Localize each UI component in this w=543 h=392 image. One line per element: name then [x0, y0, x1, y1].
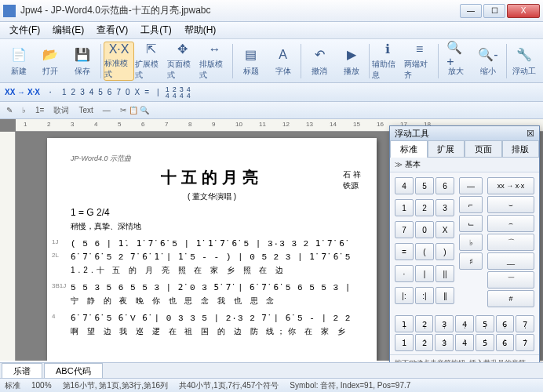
num-4[interactable]: 4: [88, 88, 96, 96]
tool-扩展模式[interactable]: ⇱扩展模式: [135, 42, 166, 81]
menu-item[interactable]: 工具(T): [134, 24, 177, 37]
timesig[interactable]: 24: [173, 86, 177, 99]
key-6[interactable]: 6: [435, 177, 454, 194]
tool-缩小[interactable]: 🔍-缩小: [472, 42, 504, 81]
key-5[interactable]: 5: [415, 177, 434, 194]
timesig[interactable]: 14: [166, 86, 169, 99]
dotkey[interactable]: 7̣: [516, 315, 534, 332]
key-=[interactable]: =: [395, 243, 414, 260]
dotkey[interactable]: 6̣: [496, 315, 515, 332]
menu-item[interactable]: 文件(F): [3, 24, 46, 37]
menu-item[interactable]: 查看(V): [90, 24, 134, 37]
sidekey[interactable]: ♭: [459, 234, 483, 251]
key-)[interactable]: ): [435, 243, 454, 260]
tool-排版模式[interactable]: ↔排版模式: [199, 42, 231, 81]
dotkey[interactable]: 5̇: [476, 334, 494, 351]
lyric-line[interactable]: 啊 望 边 我 巡 逻 在 祖 国 的 边 防 线；你 在 家 乡 耕 耘 着 …: [71, 326, 353, 337]
key-||[interactable]: ||: [435, 265, 454, 282]
num-1[interactable]: 1: [60, 88, 68, 96]
dotkey[interactable]: 3̇: [435, 334, 454, 351]
dotkey[interactable]: 5̣: [476, 315, 494, 332]
float-tab-扩展[interactable]: 扩展: [428, 140, 465, 158]
tool-辅助信息[interactable]: ℹ辅助信息: [372, 42, 403, 81]
tool-保存[interactable]: 💾保存: [67, 42, 98, 81]
tool-撤消[interactable]: ↶撤消: [304, 42, 335, 81]
score-page[interactable]: JP-Word4.0 示范曲 十五的月亮 ( 董文华演唱 ) 石 祥 铁源 1 …: [47, 138, 377, 361]
dotkey[interactable]: 4̣: [455, 315, 474, 332]
tool-播放[interactable]: ▶播放: [336, 42, 367, 81]
float-tool-panel[interactable]: 浮动工具 ☒ 标准扩展页面排版 ≫ 基本 45612370X=()·| |||:…: [389, 125, 540, 373]
tool-放大[interactable]: 🔍+放大: [440, 42, 472, 81]
num-3[interactable]: 3: [78, 88, 86, 96]
dotkey[interactable]: 6̇: [496, 334, 515, 351]
timesig[interactable]: 34: [180, 86, 184, 99]
dotkey[interactable]: 7̇: [516, 334, 534, 351]
tool-标题[interactable]: ▤标题: [235, 42, 267, 81]
tool-浮动工[interactable]: 🔧浮动工: [509, 42, 541, 81]
score-line[interactable]: ( 5 6 | 1̇. 1̇ 7̇ 6̇ 5 | 1̇ 1̇ 7̇ 6̇ 5 |…: [71, 238, 353, 249]
tool-新建[interactable]: 📄新建: [3, 42, 35, 81]
num-6[interactable]: 6: [106, 88, 114, 96]
tool-标准模式[interactable]: X·X标准模式: [104, 42, 135, 81]
menu-item[interactable]: 帮助(H): [178, 24, 223, 37]
num-=[interactable]: =: [143, 88, 151, 96]
key-X[interactable]: X: [435, 221, 454, 238]
text-button[interactable]: Text: [78, 106, 93, 114]
flat-icon[interactable]: ♭: [22, 106, 26, 114]
timesig[interactable]: 44: [187, 86, 191, 99]
rightkey[interactable]: ⌒: [487, 234, 534, 251]
doc-tab-乐谱[interactable]: 乐谱: [2, 363, 42, 379]
rightkey[interactable]: __: [487, 252, 534, 270]
tool-字体[interactable]: A字体: [268, 42, 299, 81]
key-1[interactable]: 1: [395, 199, 414, 216]
max-button[interactable]: ☐: [483, 4, 505, 18]
sidekey[interactable]: ⌐: [459, 196, 483, 213]
key-:|[interactable]: :|: [415, 287, 434, 304]
score-line[interactable]: 5 5 3 5 6 5 5 3 | 2̇ 0 3 5̇ 7̇ | 6̇ 7̇ 6…: [71, 282, 353, 292]
dotkey[interactable]: 2̇: [415, 334, 434, 351]
min-button[interactable]: —: [460, 4, 482, 18]
score-line[interactable]: 6̇ 7̇ 6̇ 5 6̇ V 6̇ | 0 3 3 5 | 2·3 2 7̇ …: [71, 313, 353, 323]
key-|:[interactable]: |:: [395, 287, 414, 304]
rightkey[interactable]: ⌢: [487, 215, 534, 232]
key-·[interactable]: ·: [395, 265, 414, 282]
num-0[interactable]: 0: [124, 88, 132, 96]
key-3[interactable]: 3: [435, 199, 454, 216]
tool-打开[interactable]: 📂打开: [35, 42, 67, 81]
float-tab-页面[interactable]: 页面: [465, 140, 502, 158]
key-([interactable]: (: [415, 243, 434, 260]
dotkey[interactable]: 1̣: [395, 315, 414, 332]
float-tab-排版[interactable]: 排版: [502, 140, 540, 158]
doc-tab-ABC代码[interactable]: ABC代码: [44, 363, 103, 379]
dotkey[interactable]: 4̇: [455, 334, 474, 351]
key-4[interactable]: 4: [395, 177, 414, 194]
menu-item[interactable]: 编辑(E): [46, 24, 90, 37]
key-0[interactable]: 0: [415, 221, 434, 238]
key-7[interactable]: 7: [395, 221, 414, 238]
close-button[interactable]: X: [507, 4, 540, 18]
num-X[interactable]: X: [133, 88, 142, 96]
key-2[interactable]: 2: [415, 199, 434, 216]
rightkey[interactable]: xx → x·x: [487, 177, 534, 194]
tool-页面模式[interactable]: ✥页面模式: [167, 42, 199, 81]
sidekey[interactable]: ⌙: [459, 215, 483, 232]
float-section-basic[interactable]: ≫ 基本: [390, 158, 539, 172]
sidekey[interactable]: ♯: [459, 252, 483, 270]
rightkey[interactable]: ￣: [487, 271, 534, 289]
tool-两端对齐[interactable]: ≡两端对齐: [404, 42, 435, 81]
dotkey[interactable]: 1̇: [395, 334, 414, 351]
num-5[interactable]: 5: [97, 88, 104, 96]
float-close-icon[interactable]: ☒: [527, 129, 534, 139]
lyric-line[interactable]: 1.2.十 五 的 月 亮 照 在 家 乡 照 在 边: [71, 265, 353, 276]
pen-icon[interactable]: ✎: [6, 106, 13, 114]
dash-button[interactable]: —: [103, 106, 111, 114]
key-label[interactable]: 1=: [35, 106, 44, 114]
dotkey[interactable]: 3̣: [435, 315, 454, 332]
lyric-line[interactable]: 宁 静 的 夜 晚 你 也 思 念 我 也 思 念: [71, 296, 353, 307]
lyric-combo[interactable]: 歌词: [53, 105, 69, 116]
score-line[interactable]: 6̇ 7̇ 6̇ 5 2 7̇ 6̇ 1̇ | 1̇ 5 - - ) | 0 5…: [71, 252, 353, 262]
rightkey[interactable]: ⌣: [487, 196, 534, 213]
num-7[interactable]: 7: [115, 88, 122, 96]
dotkey[interactable]: 2̣: [415, 315, 434, 332]
key-‖[interactable]: ‖: [435, 287, 454, 304]
